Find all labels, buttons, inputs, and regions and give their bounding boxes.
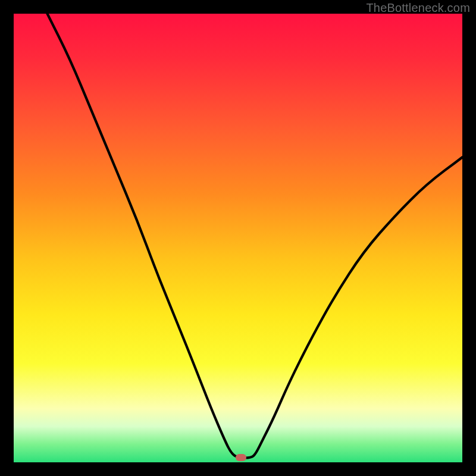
watermark-text: TheBottleneck.com — [366, 1, 470, 15]
plot-area — [14, 14, 462, 462]
bottleneck-curve — [14, 14, 462, 462]
minimum-marker — [236, 454, 246, 461]
chart-stage: TheBottleneck.com — [0, 0, 476, 476]
